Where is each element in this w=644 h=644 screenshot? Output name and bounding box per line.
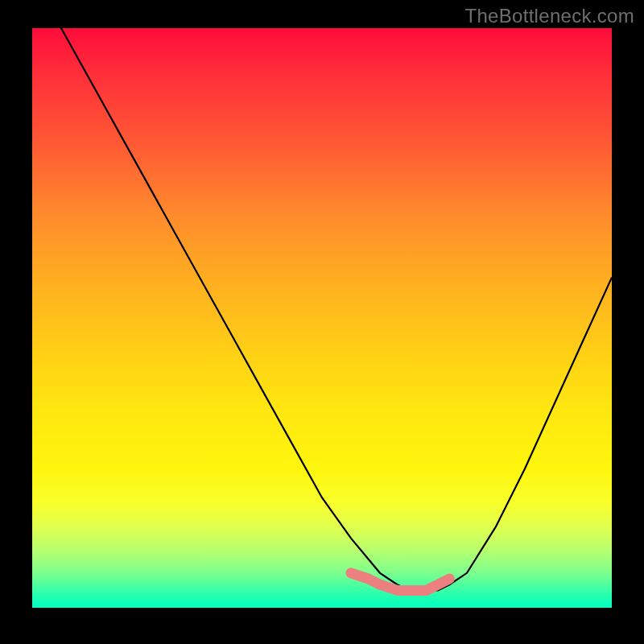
plot-area: [32, 28, 612, 608]
watermark-text: TheBottleneck.com: [464, 5, 634, 27]
curve-svg: [32, 28, 612, 608]
chart-frame: TheBottleneck.com: [0, 0, 644, 644]
optimal-region-path: [351, 573, 449, 591]
bottleneck-curve-path: [32, 28, 612, 590]
